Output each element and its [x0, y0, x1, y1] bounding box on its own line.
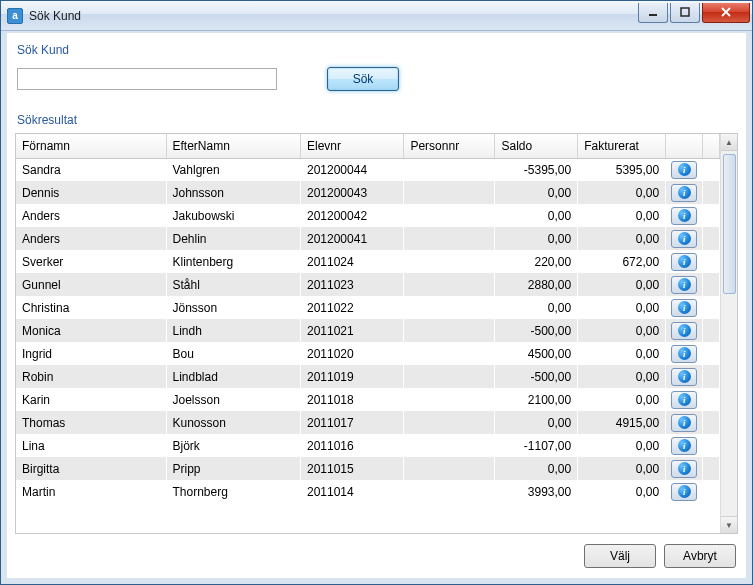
- cell-elevnr: 2011018: [300, 388, 403, 411]
- table-row[interactable]: AndersDehlin2012000410,000,00i: [16, 227, 720, 250]
- scroll-down-button[interactable]: ▼: [721, 516, 737, 533]
- info-icon: i: [678, 186, 691, 199]
- cancel-button[interactable]: Avbryt: [664, 544, 736, 568]
- cell-info: i: [666, 296, 703, 319]
- table-row[interactable]: SverkerKlintenberg2011024220,00672,00i: [16, 250, 720, 273]
- cell-fakturerat: 0,00: [578, 365, 666, 388]
- info-button[interactable]: i: [671, 322, 697, 340]
- info-icon: i: [678, 301, 691, 314]
- cell-saldo: -5395,00: [495, 158, 578, 181]
- table-row[interactable]: DennisJohnsson2012000430,000,00i: [16, 181, 720, 204]
- table-row[interactable]: RobinLindblad2011019-500,000,00i: [16, 365, 720, 388]
- cell-spacer: [703, 365, 720, 388]
- info-icon: i: [678, 439, 691, 452]
- cell-personnr: [404, 181, 495, 204]
- search-input[interactable]: [17, 68, 277, 90]
- cell-elevnr: 2011014: [300, 480, 403, 503]
- close-button[interactable]: [702, 3, 750, 23]
- cell-saldo: 0,00: [495, 181, 578, 204]
- cell-info: i: [666, 250, 703, 273]
- svg-rect-1: [681, 8, 689, 16]
- cell-elevnr: 2011016: [300, 434, 403, 457]
- info-icon: i: [678, 393, 691, 406]
- table-row[interactable]: IngridBou20110204500,000,00i: [16, 342, 720, 365]
- table-row[interactable]: KarinJoelsson20110182100,000,00i: [16, 388, 720, 411]
- cell-fakturerat: 0,00: [578, 296, 666, 319]
- col-fakturerat[interactable]: Fakturerat: [578, 134, 666, 158]
- cell-elevnr: 2011023: [300, 273, 403, 296]
- cell-fakturerat: 0,00: [578, 181, 666, 204]
- cell-saldo: 0,00: [495, 296, 578, 319]
- cell-fakturerat: 0,00: [578, 204, 666, 227]
- cell-fornamn: Martin: [16, 480, 166, 503]
- vertical-scrollbar[interactable]: ▲ ▼: [720, 134, 737, 533]
- select-button[interactable]: Välj: [584, 544, 656, 568]
- info-icon: i: [678, 370, 691, 383]
- info-button[interactable]: i: [671, 437, 697, 455]
- cell-fornamn: Anders: [16, 227, 166, 250]
- search-button[interactable]: Sök: [327, 67, 399, 91]
- table-header-row: Förnamn EfterNamn Elevnr Personnr Saldo …: [16, 134, 720, 158]
- cell-elevnr: 2011024: [300, 250, 403, 273]
- cell-personnr: [404, 204, 495, 227]
- info-button[interactable]: i: [671, 276, 697, 294]
- scroll-up-button[interactable]: ▲: [721, 134, 737, 151]
- cell-saldo: 3993,00: [495, 480, 578, 503]
- info-button[interactable]: i: [671, 184, 697, 202]
- table-row[interactable]: AndersJakubowski2012000420,000,00i: [16, 204, 720, 227]
- cell-saldo: 0,00: [495, 457, 578, 480]
- cell-fakturerat: 0,00: [578, 319, 666, 342]
- col-elevnr[interactable]: Elevnr: [300, 134, 403, 158]
- scroll-thumb[interactable]: [723, 154, 736, 294]
- table-row[interactable]: LinaBjörk2011016-1107,000,00i: [16, 434, 720, 457]
- info-button[interactable]: i: [671, 161, 697, 179]
- table-row[interactable]: MonicaLindh2011021-500,000,00i: [16, 319, 720, 342]
- table-row[interactable]: MartinThornberg20110143993,000,00i: [16, 480, 720, 503]
- cell-elevnr: 2011020: [300, 342, 403, 365]
- info-button[interactable]: i: [671, 207, 697, 225]
- cell-fakturerat: 0,00: [578, 480, 666, 503]
- info-button[interactable]: i: [671, 414, 697, 432]
- cell-spacer: [703, 273, 720, 296]
- col-efternamn[interactable]: EfterNamn: [166, 134, 300, 158]
- col-fornamn[interactable]: Förnamn: [16, 134, 166, 158]
- cell-spacer: [703, 388, 720, 411]
- info-button[interactable]: i: [671, 483, 697, 501]
- search-row: Sök: [15, 63, 738, 109]
- minimize-icon: [648, 7, 658, 17]
- info-button[interactable]: i: [671, 368, 697, 386]
- info-button[interactable]: i: [671, 345, 697, 363]
- table-row[interactable]: GunnelStåhl20110232880,000,00i: [16, 273, 720, 296]
- cell-fornamn: Gunnel: [16, 273, 166, 296]
- cell-info: i: [666, 273, 703, 296]
- cell-elevnr: 2011021: [300, 319, 403, 342]
- titlebar[interactable]: a Sök Kund: [1, 1, 752, 31]
- info-button[interactable]: i: [671, 460, 697, 478]
- col-spacer: [703, 134, 720, 158]
- cell-efternamn: Lindblad: [166, 365, 300, 388]
- info-button[interactable]: i: [671, 230, 697, 248]
- table-row[interactable]: SandraVahlgren201200044-5395,005395,00i: [16, 158, 720, 181]
- cell-spacer: [703, 411, 720, 434]
- cell-info: i: [666, 480, 703, 503]
- cell-spacer: [703, 227, 720, 250]
- col-saldo[interactable]: Saldo: [495, 134, 578, 158]
- cell-fornamn: Ingrid: [16, 342, 166, 365]
- table-row[interactable]: ThomasKunosson20110170,004915,00i: [16, 411, 720, 434]
- window-title: Sök Kund: [29, 9, 636, 23]
- cell-elevnr: 201200044: [300, 158, 403, 181]
- cell-elevnr: 2011022: [300, 296, 403, 319]
- cell-fakturerat: 0,00: [578, 388, 666, 411]
- table-row[interactable]: BirgittaPripp20110150,000,00i: [16, 457, 720, 480]
- results-group-label: Sökresultat: [17, 113, 736, 127]
- minimize-button[interactable]: [638, 3, 668, 23]
- info-icon: i: [678, 347, 691, 360]
- table-row[interactable]: ChristinaJönsson20110220,000,00i: [16, 296, 720, 319]
- info-button[interactable]: i: [671, 391, 697, 409]
- info-button[interactable]: i: [671, 299, 697, 317]
- col-info[interactable]: [666, 134, 703, 158]
- cell-fornamn: Birgitta: [16, 457, 166, 480]
- info-button[interactable]: i: [671, 253, 697, 271]
- maximize-button[interactable]: [670, 3, 700, 23]
- col-personnr[interactable]: Personnr: [404, 134, 495, 158]
